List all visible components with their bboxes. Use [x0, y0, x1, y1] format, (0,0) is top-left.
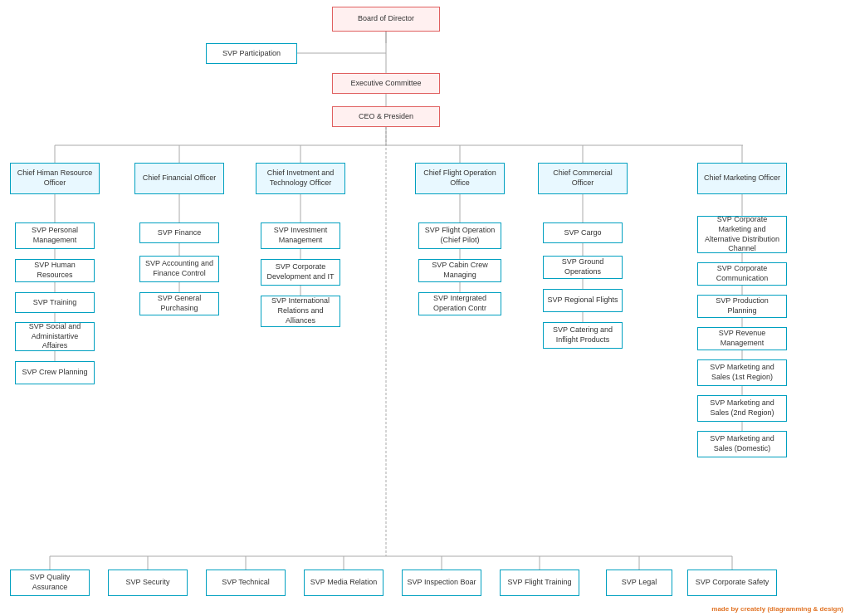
- svp-marketing-1-box: SVP Marketing and Sales (1st Region): [697, 359, 787, 386]
- svp-cargo-box: SVP Cargo: [543, 222, 623, 243]
- svp-invest-mgmt-box: SVP Investment Management: [261, 222, 340, 249]
- svp-ground-box: SVP Ground Operations: [543, 256, 623, 279]
- chief-commercial-label: Chief Commercial Officer: [541, 169, 624, 188]
- svp-corp-marketing-box: SVP Corporate Marketing and Alternative …: [697, 216, 787, 253]
- svp-corporate-dev-box: SVP Corporate Development and IT: [261, 259, 340, 286]
- chief-commercial-box: Chief Commercial Officer: [538, 163, 628, 194]
- exec-committee-box: Executive Committee: [332, 73, 440, 94]
- svp-marketing-dom-box: SVP Marketing and Sales (Domestic): [697, 431, 787, 457]
- svp-marketing-2-box: SVP Marketing and Sales (2nd Region): [697, 395, 787, 422]
- chief-finance-box: Chief Financial Officer: [134, 163, 224, 194]
- svp-participation-label: SVP Participation: [222, 49, 281, 59]
- svp-crew-box: SVP Crew Planning: [15, 361, 95, 384]
- chief-hr-box: Chief Himan Resource Officer: [10, 163, 100, 194]
- watermark-text: made by: [711, 605, 740, 613]
- svp-flight-training-box: SVP Flight Training: [500, 570, 579, 596]
- svp-revenue-box: SVP Revenue Management: [697, 327, 787, 350]
- svp-technical-box: SVP Technical: [206, 570, 286, 596]
- svp-general-purchasing-box: SVP General Purchasing: [139, 292, 219, 315]
- chief-finance-label: Chief Financial Officer: [143, 174, 216, 183]
- chief-flight-label: Chief Flight Operation Office: [418, 169, 501, 188]
- watermark: made by creately (diagramming & design): [711, 605, 843, 613]
- chief-marketing-box: Chief Marketing Officer: [697, 163, 787, 194]
- ceo-label: CEO & Presiden: [359, 112, 413, 122]
- chief-marketing-label: Chief Marketing Officer: [704, 174, 780, 183]
- svp-hr-box: SVP Human Resources: [15, 259, 95, 282]
- board-label: Board of Director: [358, 14, 414, 24]
- svp-intl-relations-box: SVP International Relations and Alliance…: [261, 296, 340, 327]
- org-chart: Board of Director SVP Participation Exec…: [0, 0, 850, 616]
- chief-hr-label: Chief Himan Resource Officer: [13, 169, 96, 188]
- watermark-suffix: (diagramming & design): [765, 605, 843, 613]
- ceo-box: CEO & Presiden: [332, 106, 440, 127]
- chief-flight-box: Chief Flight Operation Office: [415, 163, 505, 194]
- svp-inspection-box: SVP Inspection Boar: [402, 570, 481, 596]
- svp-training-box: SVP Training: [15, 292, 95, 313]
- svp-flight-op-box: SVP Flight Operation (Chief Pilot): [418, 222, 501, 249]
- svp-corp-comm-box: SVP Corporate Communication: [697, 262, 787, 286]
- exec-committee-label: Executive Committee: [350, 79, 421, 89]
- svp-regional-box: SVP Regional Flights: [543, 289, 623, 312]
- chief-invest-label: Chief Invetment and Technology Officer: [259, 169, 342, 188]
- svp-social-box: SVP Social and Administartive Affaires: [15, 322, 95, 351]
- svp-corporate-safety-box: SVP Corporate Safety: [687, 570, 777, 596]
- watermark-brand: creately: [740, 605, 765, 613]
- svp-production-box: SVP Production Planning: [697, 295, 787, 318]
- svp-finance-box: SVP Finance: [139, 222, 219, 243]
- board-box: Board of Director: [332, 7, 440, 32]
- svp-cabin-crew-box: SVP Cabin Crew Managing: [418, 259, 501, 282]
- svp-integrated-box: SVP Intergrated Operation Contr: [418, 292, 501, 315]
- svp-personal-box: SVP Personal Management: [15, 222, 95, 249]
- svp-accounting-box: SVP Accounting and Finance Control: [139, 256, 219, 282]
- svp-security-box: SVP Security: [108, 570, 188, 596]
- svp-catering-box: SVP Catering and Inflight Products: [543, 322, 623, 349]
- svp-legal-box: SVP Legal: [606, 570, 672, 596]
- svp-quality-box: SVP Quality Assurance: [10, 570, 90, 596]
- chief-invest-box: Chief Invetment and Technology Officer: [256, 163, 345, 194]
- svp-media-box: SVP Media Relation: [304, 570, 383, 596]
- svp-participation-box: SVP Participation: [206, 43, 297, 64]
